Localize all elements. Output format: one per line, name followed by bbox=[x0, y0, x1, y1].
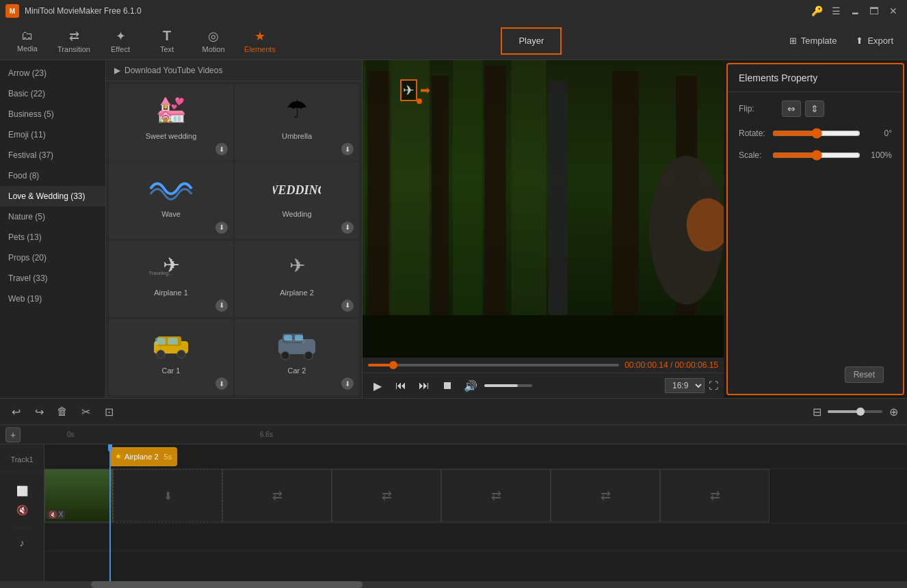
category-food[interactable]: Food (8) bbox=[0, 165, 105, 186]
element-wedding[interactable]: WEDDING Wedding ⬇ bbox=[235, 162, 359, 239]
svg-rect-22 bbox=[368, 71, 391, 358]
track-music-icon[interactable]: ♪ bbox=[14, 535, 30, 551]
app-title: MiniTool MovieMaker Free 6.1.0 bbox=[25, 6, 803, 16]
element-car1[interactable]: Car 1 ⬇ bbox=[109, 319, 233, 395]
download-youtube-header[interactable]: ▶ Download YouTube Videos bbox=[106, 60, 362, 81]
zoom-in-button[interactable]: ⊕ bbox=[885, 403, 902, 420]
reset-button[interactable]: Reset bbox=[845, 366, 884, 383]
time-progress-thumb[interactable] bbox=[389, 361, 397, 369]
download-badge: ⬇ bbox=[341, 222, 354, 234]
category-props[interactable]: Props (20) bbox=[0, 248, 105, 268]
zoom-slider[interactable] bbox=[828, 410, 882, 413]
undo-button[interactable]: ↩ bbox=[5, 401, 26, 422]
element-umbrella[interactable]: ☂ Umbrella ⬇ bbox=[235, 84, 359, 161]
track-element-airplane2[interactable]: ★ Airplane 2 5s bbox=[109, 447, 177, 466]
category-web[interactable]: Web (19) bbox=[0, 289, 105, 309]
time-current: 00:00:00.14 / 00:00:06.15 bbox=[625, 360, 718, 370]
elements-property-panel: Elements Property Flip: ⇔ ⇕ Rotate: 0° bbox=[726, 63, 904, 395]
category-business[interactable]: Business (5) bbox=[0, 104, 105, 124]
element-car2[interactable]: Traveling... Car 2 ⬇ bbox=[235, 319, 359, 395]
element-preview bbox=[144, 323, 198, 364]
template-button[interactable]: ⊞ Template bbox=[781, 31, 845, 50]
timeline-ruler: + 0s 6.6s bbox=[0, 425, 907, 444]
volume-slider[interactable] bbox=[484, 384, 532, 387]
volume-button[interactable]: 🔊 bbox=[461, 376, 480, 395]
transition-slot-5[interactable]: ⇄ bbox=[660, 469, 770, 522]
center-panel: ✈ ➡ 00:00:00.14 / 00:00:06.15 ▶ ⏮ ⏭ ⏹ bbox=[363, 60, 724, 398]
track-video-icon[interactable]: ⬜ bbox=[14, 483, 30, 499]
fullscreen-button[interactable]: ⛶ bbox=[709, 380, 718, 391]
tool-transition[interactable]: ⇄ Transition bbox=[52, 25, 96, 57]
svg-rect-29 bbox=[363, 60, 366, 358]
maximize-button[interactable]: 🗖 bbox=[866, 3, 882, 19]
tool-elements[interactable]: ★ Elements bbox=[238, 25, 282, 57]
prev-frame-button[interactable]: ⏮ bbox=[391, 376, 410, 395]
crop-button[interactable]: ⊡ bbox=[98, 401, 119, 422]
element-wave[interactable]: Wave ⬇ bbox=[109, 162, 233, 239]
tool-text[interactable]: T Text bbox=[145, 25, 189, 57]
tracks-area: ★ Airplane 2 5s 🔇 X ⬇ ⇄ ⇄ ⇄ ⇄ bbox=[44, 444, 907, 581]
transition-slot-1[interactable]: ⇄ bbox=[222, 469, 332, 522]
scale-controls: 100% bbox=[772, 150, 892, 161]
timeline-scrollbar[interactable] bbox=[0, 581, 907, 588]
close-button[interactable]: ✕ bbox=[885, 3, 902, 19]
video-thumbnail-1[interactable]: 🔇 X bbox=[44, 469, 113, 522]
track1-row: ★ Airplane 2 5s bbox=[44, 444, 907, 469]
tool-motion[interactable]: ◎ Motion bbox=[192, 25, 235, 57]
track-audio-icon[interactable]: 🔇 bbox=[14, 502, 30, 518]
main-area: Arrow (23) Basic (22) Business (5) Emoji… bbox=[0, 60, 907, 398]
zoom-out-button[interactable]: ⊟ bbox=[809, 403, 825, 420]
export-button[interactable]: ⬆ Export bbox=[847, 31, 902, 50]
element-selection-box[interactable]: ✈ bbox=[400, 79, 417, 101]
category-love-wedding[interactable]: Love & Wedding (33) bbox=[0, 186, 105, 206]
timeline-scrollbar-thumb[interactable] bbox=[91, 581, 363, 588]
svg-point-14 bbox=[281, 351, 289, 360]
stop-button[interactable]: ⏹ bbox=[438, 376, 457, 395]
category-emoji[interactable]: Emoji (11) bbox=[0, 124, 105, 145]
download-badge: ⬇ bbox=[341, 377, 354, 390]
next-frame-button[interactable]: ⏭ bbox=[415, 376, 434, 395]
rotate-slider[interactable] bbox=[772, 128, 860, 139]
music-track bbox=[44, 524, 907, 551]
element-airplane2[interactable]: ✈ Airplane 2 ⬇ bbox=[235, 241, 359, 317]
transition-slot-2[interactable]: ⇄ bbox=[332, 469, 441, 522]
svg-text:💒: 💒 bbox=[156, 94, 187, 124]
rotate-row: Rotate: 0° bbox=[739, 128, 892, 139]
flip-horizontal-button[interactable]: ⇔ bbox=[782, 101, 801, 117]
flip-vertical-button[interactable]: ⇕ bbox=[805, 101, 824, 117]
element-preview: ✈ bbox=[270, 245, 324, 286]
split-button[interactable]: ✂ bbox=[75, 401, 96, 422]
svg-point-9 bbox=[177, 350, 185, 358]
flip-controls: ⇔ ⇕ bbox=[782, 101, 892, 117]
category-basic[interactable]: Basic (22) bbox=[0, 83, 105, 104]
restore-button[interactable]: 🗕 bbox=[847, 3, 863, 19]
transition-slot-4[interactable]: ⇄ bbox=[551, 469, 660, 522]
download-badge: ⬇ bbox=[215, 299, 228, 312]
tool-media[interactable]: 🗂 Media bbox=[5, 25, 49, 57]
category-nature[interactable]: Nature (5) bbox=[0, 206, 105, 227]
svg-rect-31 bbox=[453, 60, 483, 358]
category-travel[interactable]: Travel (33) bbox=[0, 268, 105, 289]
minimize-button[interactable]: 🔑 bbox=[809, 3, 825, 19]
redo-button[interactable]: ↪ bbox=[29, 401, 49, 422]
element-airplane1[interactable]: ✈ Traveling... Airplane 1 ⬇ bbox=[109, 241, 233, 317]
category-pets[interactable]: Pets (13) bbox=[0, 227, 105, 248]
add-track-button[interactable]: + bbox=[5, 427, 21, 442]
delete-button[interactable]: 🗑 bbox=[52, 401, 73, 422]
download-badge: ⬇ bbox=[215, 377, 228, 390]
time-progress-bar[interactable] bbox=[368, 364, 619, 366]
empty-transition-slot-1[interactable]: ⬇ bbox=[113, 469, 222, 522]
menu-button[interactable]: ☰ bbox=[828, 3, 844, 19]
play-button[interactable]: ▶ bbox=[368, 376, 387, 395]
aspect-ratio-select[interactable]: 16:9 9:16 1:1 4:3 bbox=[665, 378, 705, 393]
property-section: Flip: ⇔ ⇕ Rotate: 0° Scale: 100% bbox=[728, 92, 903, 169]
category-festival[interactable]: Festival (37) bbox=[0, 145, 105, 165]
element-sweet-wedding[interactable]: 💒 Sweet wedding ⬇ bbox=[109, 84, 233, 161]
transition-slot-3[interactable]: ⇄ bbox=[441, 469, 551, 522]
player-tab[interactable]: Player bbox=[501, 27, 562, 55]
category-arrow[interactable]: Arrow (23) bbox=[0, 63, 105, 83]
svg-rect-32 bbox=[511, 60, 546, 358]
scale-slider[interactable] bbox=[772, 150, 860, 161]
tool-effect[interactable]: ✦ Effect bbox=[98, 25, 142, 57]
svg-rect-30 bbox=[389, 60, 430, 358]
